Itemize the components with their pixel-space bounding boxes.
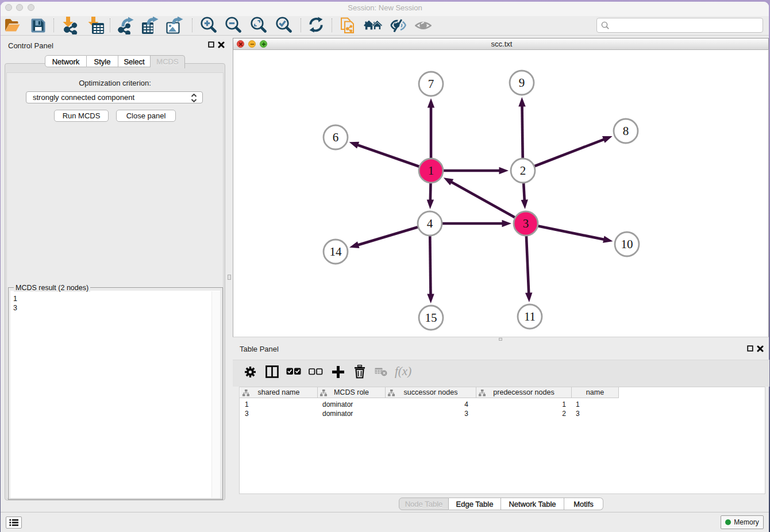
svg-text:3: 3 [523,217,529,230]
svg-text:7: 7 [428,77,434,91]
svg-text:15: 15 [425,311,437,325]
svg-text:10: 10 [621,237,633,251]
svg-text:8: 8 [623,124,629,138]
svg-text:6: 6 [333,130,339,144]
svg-text:11: 11 [524,310,536,323]
svg-text:14: 14 [330,245,342,259]
svg-text:1: 1 [428,164,434,178]
svg-text:2: 2 [520,164,526,178]
svg-text:9: 9 [519,76,525,90]
svg-text:4: 4 [427,217,433,230]
